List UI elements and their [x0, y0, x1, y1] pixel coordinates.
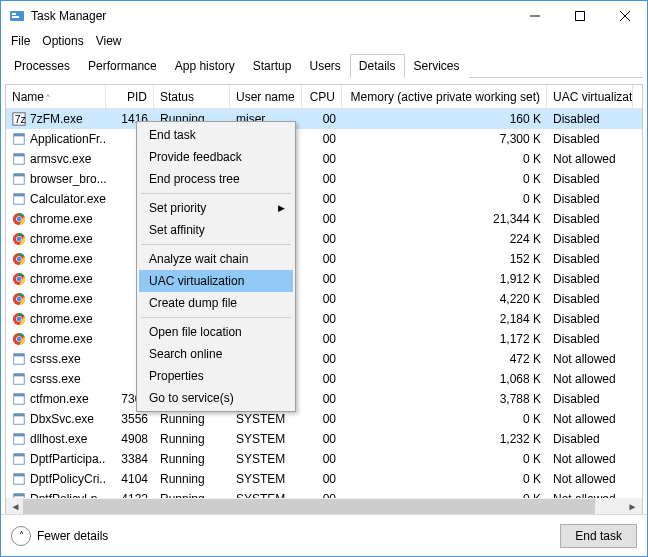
- tab-processes[interactable]: Processes: [5, 54, 79, 78]
- menu-item-open-file-location[interactable]: Open file location: [139, 321, 293, 343]
- cell-uac: Not allowed: [547, 149, 633, 169]
- horizontal-scrollbar[interactable]: ◄ ►: [6, 498, 642, 515]
- menu-item-search-online[interactable]: Search online: [139, 343, 293, 365]
- cell-memory: 0 K: [342, 169, 547, 189]
- process-icon: [12, 292, 26, 306]
- col-pid[interactable]: PID: [106, 85, 154, 108]
- menu-item-analyze-wait-chain[interactable]: Analyze wait chain: [139, 248, 293, 270]
- process-icon: [12, 332, 26, 346]
- process-icon: [12, 452, 26, 466]
- table-row[interactable]: browser_bro...000 KDisabled: [6, 169, 642, 189]
- menu-item-go-to-service-s-[interactable]: Go to service(s): [139, 387, 293, 409]
- table-row[interactable]: chrome.exe0021,344 KDisabled: [6, 209, 642, 229]
- cell-cpu: 00: [302, 129, 342, 149]
- menu-file[interactable]: File: [5, 32, 36, 50]
- menu-item-create-dump-file[interactable]: Create dump file: [139, 292, 293, 314]
- table-row[interactable]: ApplicationFr...007,300 KDisabled: [6, 129, 642, 149]
- scroll-right-icon[interactable]: ►: [625, 499, 640, 514]
- menu-item-set-affinity[interactable]: Set affinity: [139, 219, 293, 241]
- svg-rect-49: [14, 454, 25, 457]
- cell-uac: Disabled: [547, 209, 633, 229]
- table-body: 7z7zFM.exe1416Runningmiser00160 KDisable…: [6, 109, 642, 509]
- table-row[interactable]: chrome.exe00224 KDisabled: [6, 229, 642, 249]
- menu-item-provide-feedback[interactable]: Provide feedback: [139, 146, 293, 168]
- cell-uac: Disabled: [547, 169, 633, 189]
- svg-rect-53: [14, 494, 25, 497]
- menu-item-properties[interactable]: Properties: [139, 365, 293, 387]
- cell-uac: Not allowed: [547, 469, 633, 489]
- scroll-left-icon[interactable]: ◄: [8, 499, 23, 514]
- table-row[interactable]: Calculator.exe000 KDisabled: [6, 189, 642, 209]
- fewer-details-toggle[interactable]: ˄ Fewer details: [11, 526, 108, 546]
- scrollbar-thumb[interactable]: [23, 499, 595, 514]
- process-icon: [12, 412, 26, 426]
- cell-user: SYSTEM: [230, 469, 302, 489]
- cell-uac: Not allowed: [547, 409, 633, 429]
- maximize-button[interactable]: [557, 1, 602, 31]
- cell-cpu: 00: [302, 469, 342, 489]
- process-icon: [12, 312, 26, 326]
- table-row[interactable]: dllhost.exe4908RunningSYSTEM001,232 KDis…: [6, 429, 642, 449]
- col-cpu[interactable]: CPU: [302, 85, 342, 108]
- menu-bar: File Options View: [1, 31, 647, 51]
- cell-status: Running: [154, 409, 230, 429]
- table-row[interactable]: DbxSvc.exe3556RunningSYSTEM000 KNot allo…: [6, 409, 642, 429]
- svg-point-28: [17, 277, 21, 281]
- table-row[interactable]: chrome.exe001,172 KDisabled: [6, 329, 642, 349]
- table-row[interactable]: 7z7zFM.exe1416Runningmiser00160 KDisable…: [6, 109, 642, 129]
- table-row[interactable]: ctfmon.exe7308Runningmiser003,788 KDisab…: [6, 389, 642, 409]
- process-icon: [12, 472, 26, 486]
- cell-cpu: 00: [302, 389, 342, 409]
- minimize-button[interactable]: [512, 1, 557, 31]
- cell-memory: 0 K: [342, 469, 547, 489]
- cell-memory: 152 K: [342, 249, 547, 269]
- cell-memory: 1,912 K: [342, 269, 547, 289]
- col-name[interactable]: Name^: [6, 85, 106, 108]
- menu-view[interactable]: View: [90, 32, 128, 50]
- table-row[interactable]: chrome.exe002,184 KDisabled: [6, 309, 642, 329]
- table-row[interactable]: chrome.exe004,220 KDisabled: [6, 289, 642, 309]
- menu-item-uac-virtualization[interactable]: UAC virtualization: [139, 270, 293, 292]
- cell-memory: 0 K: [342, 449, 547, 469]
- context-menu: End taskProvide feedbackEnd process tree…: [136, 121, 296, 412]
- menu-item-end-task[interactable]: End task: [139, 124, 293, 146]
- svg-point-34: [17, 317, 21, 321]
- cell-uac: Disabled: [547, 249, 633, 269]
- cell-user: SYSTEM: [230, 449, 302, 469]
- menu-item-set-priority[interactable]: Set priority▶: [139, 197, 293, 219]
- svg-rect-10: [14, 134, 25, 137]
- tab-startup[interactable]: Startup: [244, 54, 301, 78]
- table-row[interactable]: DptfPolicyCri...4104RunningSYSTEM000 KNo…: [6, 469, 642, 489]
- cell-cpu: 00: [302, 289, 342, 309]
- table-row[interactable]: DptfParticipa...3384RunningSYSTEM000 KNo…: [6, 449, 642, 469]
- cell-cpu: 00: [302, 149, 342, 169]
- tab-users[interactable]: Users: [300, 54, 349, 78]
- col-uac[interactable]: UAC virtualizat: [547, 85, 633, 108]
- table-row[interactable]: armsvc.exeM000 KNot allowed: [6, 149, 642, 169]
- process-name: DptfParticipa...: [30, 452, 106, 466]
- col-status[interactable]: Status: [154, 85, 230, 108]
- close-button[interactable]: [602, 1, 647, 31]
- process-name: chrome.exe: [30, 272, 93, 286]
- tab-services[interactable]: Services: [405, 54, 469, 78]
- tab-app-history[interactable]: App history: [166, 54, 244, 78]
- menu-options[interactable]: Options: [36, 32, 89, 50]
- menu-item-end-process-tree[interactable]: End process tree: [139, 168, 293, 190]
- table-row[interactable]: csrss.exeM001,068 KNot allowed: [6, 369, 642, 389]
- app-icon: [9, 8, 25, 24]
- cell-memory: 2,184 K: [342, 309, 547, 329]
- end-task-button[interactable]: End task: [560, 524, 637, 548]
- table-row[interactable]: csrss.exeM00472 KNot allowed: [6, 349, 642, 369]
- tab-details[interactable]: Details: [350, 54, 405, 78]
- table-row[interactable]: chrome.exe00152 KDisabled: [6, 249, 642, 269]
- svg-rect-47: [14, 434, 25, 437]
- col-user[interactable]: User name: [230, 85, 302, 108]
- svg-point-25: [17, 257, 21, 261]
- process-icon: [12, 252, 26, 266]
- cell-cpu: 00: [302, 229, 342, 249]
- tab-performance[interactable]: Performance: [79, 54, 166, 78]
- col-memory[interactable]: Memory (active private working set): [342, 85, 547, 108]
- table-row[interactable]: chrome.exe001,912 KDisabled: [6, 269, 642, 289]
- footer-bar: ˄ Fewer details End task: [1, 514, 647, 556]
- svg-rect-41: [14, 374, 25, 377]
